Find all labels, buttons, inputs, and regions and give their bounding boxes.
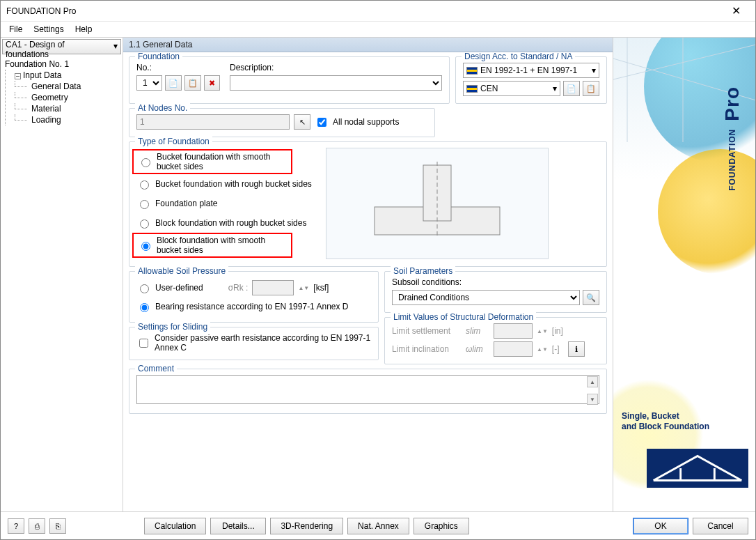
no-label: No.: (136, 63, 220, 72)
menu-settings[interactable]: Settings (29, 23, 68, 36)
close-button[interactable]: ✕ (722, 1, 750, 22)
menubar: File Settings Help (1, 22, 755, 37)
desc-label: Description: (230, 63, 442, 72)
group-standard: Design Acc. to Standard / NA EN 1992-1-1… (455, 56, 607, 104)
export-icon[interactable]: ⎙ (29, 518, 45, 534)
help-icon[interactable]: ? (8, 518, 24, 534)
allowable-bearing[interactable]: Bearing resistance according to EN 1997-… (136, 298, 371, 315)
ok-button[interactable]: OK (633, 518, 688, 534)
graphics-button[interactable]: Graphics (414, 518, 469, 534)
foundation-diagram (326, 148, 549, 259)
tree-general-data[interactable]: General Data (12, 81, 121, 92)
menu-file[interactable]: File (5, 23, 26, 36)
group-limits: Limit Values of Structural Deformation L… (384, 317, 607, 364)
nodes-input (136, 114, 290, 130)
export2-icon[interactable]: ⎘ (49, 518, 66, 534)
tree-root[interactable]: Foundation No. 1 (2, 59, 121, 70)
new-icon[interactable]: 📄 (165, 75, 182, 91)
comment-textarea[interactable] (136, 375, 599, 404)
calculation-button[interactable]: Calculation (144, 518, 206, 534)
subsoil-select[interactable]: Drained Conditions (392, 290, 580, 305)
brand-panel: FOUNDATION Pro Single, Bucketand Block F… (613, 38, 755, 511)
details-button[interactable]: Details... (210, 518, 266, 534)
pick-node-icon[interactable]: ↖ (294, 114, 310, 130)
eu-flag-icon (466, 85, 478, 93)
menu-help[interactable]: Help (71, 23, 97, 36)
tree-geometry[interactable]: Geometry (12, 92, 121, 103)
comment-scroll[interactable]: ▲▼ (587, 376, 598, 405)
type-opt-3[interactable]: Block foundation with rough bucket sides (136, 215, 312, 231)
svg-line-4 (613, 45, 755, 79)
all-nodal-check[interactable]: All nodal supports (315, 116, 399, 129)
wlim-input (494, 341, 533, 357)
info-icon[interactable]: ℹ (568, 341, 585, 357)
center-panel: 1.1 General Data Foundation No.: 1 📄 📋 ✖ (123, 38, 613, 511)
brand-logo (647, 449, 748, 488)
copy-icon[interactable]: 📋 (184, 75, 201, 91)
brand-subtitle: Single, Bucketand Block Foundation (622, 411, 709, 432)
delete-icon[interactable]: ✖ (204, 75, 220, 91)
na-new-icon[interactable]: 📄 (563, 81, 580, 96)
group-at-nodes: At Nodes No. ↖ All nodal supports (129, 108, 435, 137)
group-type: Type of Foundation Bucket foundation wit… (129, 141, 607, 267)
group-foundation: Foundation No.: 1 📄 📋 ✖ De (129, 56, 450, 104)
titlebar: FOUNDATION Pro ✕ (1, 1, 755, 22)
group-allowable: Allowable Soil Pressure User-defined σRk… (129, 271, 379, 323)
tree-input-data[interactable]: –Input Data (12, 70, 121, 81)
sliding-check[interactable]: Consider passive earth resistance accord… (136, 333, 371, 353)
slim-input (494, 323, 533, 339)
group-comment: Comment ▲▼ (129, 369, 607, 414)
footer: ? ⎙ ⎘ Calculation Details... 3D-Renderin… (1, 511, 755, 539)
case-select[interactable]: CA1 - Design of foundations (2, 39, 121, 54)
rendering-button[interactable]: 3D-Rendering (270, 518, 343, 534)
desc-select[interactable] (230, 75, 442, 91)
tree-material[interactable]: Material (12, 103, 121, 114)
group-soil: Soil Parameters Subsoil conditions: Drai… (384, 271, 607, 313)
type-opt-1[interactable]: Bucket foundation with rough bucket side… (136, 176, 312, 192)
type-opt-4[interactable]: Block foundation with smooth bucket side… (132, 233, 292, 258)
group-sliding: Settings for Sliding Consider passive ea… (129, 327, 379, 360)
allowable-user[interactable]: User-defined σRk : ▲▼ [ksf] (136, 277, 371, 298)
nav-tree: Foundation No. 1 –Input Data General Dat… (1, 56, 123, 128)
tree-loading[interactable]: Loading (12, 114, 121, 125)
left-panel: CA1 - Design of foundations Foundation N… (1, 38, 123, 511)
no-select[interactable]: 1 (136, 75, 162, 91)
section-header: 1.1 General Data (123, 38, 613, 52)
cancel-button[interactable]: Cancel (693, 518, 748, 534)
na-select[interactable]: CEN▾ (463, 81, 560, 96)
type-opt-0[interactable]: Bucket foundation with smooth bucket sid… (132, 149, 292, 174)
eu-flag-icon (466, 67, 478, 75)
sigma-input (252, 280, 294, 295)
na-lib-icon[interactable]: 📋 (583, 81, 599, 96)
window-title: FOUNDATION Pro (6, 6, 722, 16)
brand-title: FOUNDATION Pro (718, 86, 747, 191)
annex-button[interactable]: Nat. Annex (347, 518, 409, 534)
standard-select[interactable]: EN 1992-1-1 + EN 1997-1▾ (463, 63, 599, 78)
soil-details-icon[interactable]: 🔍 (583, 290, 599, 305)
type-opt-2[interactable]: Foundation plate (136, 195, 312, 212)
